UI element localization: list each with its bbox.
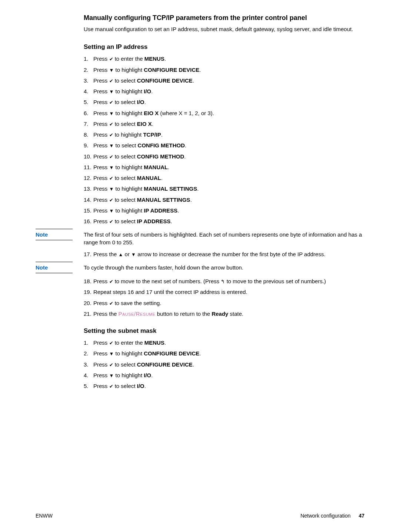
step-text-tail: .: [193, 77, 194, 84]
intro-paragraph: Use manual configuration to set an IP ad…: [84, 26, 364, 33]
step-item: 13.Press ▼ to highlight MANUAL SETTINGS.: [84, 185, 364, 193]
step-bold-term: EIO X: [137, 121, 152, 127]
step-number: 5.: [84, 382, 89, 390]
step-17: 17. Press the ▲ or ▼ arrow to increase o…: [84, 251, 364, 258]
step-bold-term: Ready: [211, 311, 228, 317]
step-text-post: to enter the: [113, 339, 144, 346]
step-bold-term: CONFIGURE DEVICE: [144, 350, 199, 357]
note-label: Note: [36, 229, 73, 240]
step-17-list: 17. Press the ▲ or ▼ arrow to increase o…: [84, 251, 364, 258]
step-text-post: to select: [113, 361, 137, 368]
step-item: 9.Press ▼ to select CONFIG METHOD.: [84, 142, 364, 149]
note-body-2: To cycle through the numbers faster, hol…: [84, 262, 364, 271]
note-label-wrap: Note: [36, 262, 84, 273]
step-item: 10.Press ✔ to select CONFIG METHOD.: [84, 153, 364, 160]
step-number: 19.: [84, 288, 91, 296]
step-text-post: to highlight: [114, 185, 144, 192]
step-text-pre: Press: [93, 339, 109, 346]
step-number: 16.: [84, 218, 91, 225]
step-text-tail: (where X = 1, 2, or 3).: [159, 110, 214, 116]
step-text-post: to select: [113, 197, 137, 203]
step-text-tail: .: [164, 56, 166, 62]
step-text-tail: .: [151, 88, 153, 94]
check-icon: ✔: [109, 132, 113, 138]
steps-list-b: 18.Press ✔ to move to the next set of nu…: [84, 278, 364, 318]
step-text-post: to select: [113, 153, 137, 160]
step-item: 6.Press ▼ to highlight EIO X (where X = …: [84, 110, 364, 117]
step-text-tail: .: [161, 175, 163, 181]
step-text-pre: Press: [93, 77, 109, 84]
steps-list-a: 1.Press ✔ to enter the MENUS.2.Press ▼ t…: [84, 55, 364, 225]
step-text-tail: .: [152, 121, 153, 127]
step-text-tail: .: [168, 164, 169, 170]
step-text-tail: .: [199, 350, 201, 357]
step-number: 5.: [84, 98, 89, 106]
note-label: Note: [36, 262, 73, 273]
step-item: 11.Press ▼ to highlight MANUAL.: [84, 164, 364, 171]
down-arrow-icon: ▼: [109, 143, 114, 148]
step-text-tail: .: [144, 383, 146, 389]
step-number: 14.: [84, 196, 91, 204]
check-icon: ✔: [109, 197, 113, 203]
step-text-pre: Press: [93, 110, 109, 116]
steps-b-block: 18.Press ✔ to move to the next set of nu…: [84, 278, 364, 390]
step-text-pre: Press: [93, 67, 109, 73]
step-bold-term: TCP/IP: [143, 131, 161, 138]
step-item: 3.Press ✔ to select CONFIGURE DEVICE.: [84, 77, 364, 84]
step-number: 2.: [84, 350, 89, 357]
step-bold-term: I/O: [144, 88, 151, 94]
step-item: 20.Press ✔ to save the setting.: [84, 300, 364, 307]
step-text-pre: Press: [93, 197, 109, 203]
check-icon: ✔: [109, 175, 113, 181]
step-bold-term: MANUAL: [144, 164, 168, 170]
step-item: 12.Press ✔ to select MANUAL.: [84, 174, 364, 182]
down-arrow-icon: ▼: [109, 111, 114, 116]
up-arrow-icon: ▲: [119, 252, 123, 257]
step-text-post: button to return to the: [156, 311, 212, 317]
step-number: 3.: [84, 361, 89, 368]
step-text-tail: .: [161, 131, 163, 138]
step-bold-term: CONFIG METHOD: [138, 142, 185, 148]
subsection-subnet-heading: Setting the subnet mask: [84, 327, 364, 335]
step-number: 2.: [84, 66, 89, 74]
steps-list-c: 1.Press ✔ to enter the MENUS.2.Press ▼ t…: [84, 339, 364, 390]
step-text-pre: Press: [93, 350, 109, 357]
step-text-tail: .: [199, 67, 201, 73]
footer-left: ENWW: [36, 513, 53, 519]
step-number: 9.: [84, 142, 89, 149]
step-text-post: to highlight: [114, 207, 144, 214]
step-text-tail: .: [164, 339, 166, 346]
step-bold-term: MANUAL SETTINGS: [144, 185, 197, 192]
check-icon: ✔: [109, 362, 113, 368]
step-text-post: to select: [113, 121, 137, 127]
step-text-pre: Press: [93, 185, 109, 192]
step-text-pre: Press the: [93, 311, 119, 317]
step-number: 1.: [84, 339, 89, 347]
step-text-post: to move to the next set of numbers. (Pre…: [113, 278, 221, 284]
step-text-post: to highlight: [113, 131, 143, 138]
step-bold-term: CONFIGURE DEVICE: [137, 361, 193, 368]
step-text-pre: Press: [93, 121, 109, 127]
step-bold-term: MANUAL SETTINGS: [137, 197, 190, 203]
step-text-post: to select: [113, 383, 137, 389]
step-number: 10.: [84, 153, 91, 160]
step-item: 1.Press ✔ to enter the MENUS.: [84, 55, 364, 63]
step-text-post: to highlight: [114, 110, 144, 116]
step-bold-term: I/O: [137, 99, 144, 105]
step-text-post: to select: [113, 77, 137, 84]
step-number: 17.: [84, 251, 91, 258]
step-bold-term: MENUS: [144, 56, 164, 62]
step-item: 8.Press ✔ to highlight TCP/IP.: [84, 131, 364, 138]
step-text-tail: .: [185, 142, 186, 148]
step-item: 18.Press ✔ to move to the next set of nu…: [84, 278, 364, 285]
footer-right: Network configuration 47: [300, 513, 364, 519]
step-text-tail: .: [197, 185, 199, 192]
step-number: 6.: [84, 110, 89, 117]
step-text-pre: Press: [93, 383, 109, 389]
step-item: 2.Press ▼ to highlight CONFIGURE DEVICE.: [84, 66, 364, 74]
step-number: 18.: [84, 278, 91, 285]
step-text-pre: Press: [93, 175, 109, 181]
step-item: 15.Press ▼ to highlight IP ADDRESS.: [84, 207, 364, 214]
step-text-tail: .: [190, 197, 192, 203]
step-text-tail: .: [184, 153, 186, 160]
